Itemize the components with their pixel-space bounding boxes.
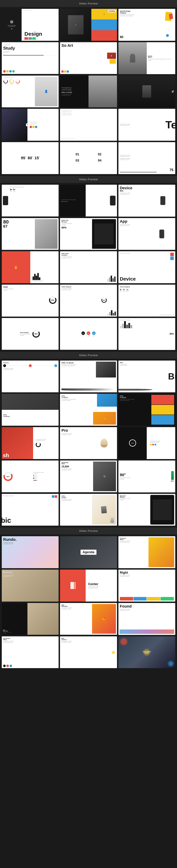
slide-special-image: Special Image Analysis This template was… — [119, 9, 175, 41]
section-4-grid: Rundo. This template was createdfor peop… — [0, 534, 177, 670]
slide-bar-80: This template was created 80% — [119, 318, 175, 350]
slide-device-big: Device This template was created — [119, 251, 175, 283]
slide-te-text: Te This template was createdfor people f… — [119, 109, 175, 141]
slide-artistic-preview: Artistic Slides Preview — [119, 637, 175, 668]
slide-circle-analysis-1: Circle Analysis 8+ Items 3+ Team 1+ Awar… — [119, 285, 175, 317]
slide-chart: Chart This template was createdfor peopl… — [2, 285, 58, 317]
svg-text:90%: 90% — [6, 476, 9, 477]
slide-bar-steps: 01 Item 02 Item 03 Item — [60, 318, 117, 350]
section-2-header: Slides Preview — [0, 176, 177, 183]
slide-plus-layout: + This template wascreated for peoplefro… — [2, 109, 58, 141]
slide-our-service: Our Service Slides This template was cre… — [2, 637, 58, 668]
slide-phone-app: This template was created for people Bui… — [60, 185, 117, 217]
slide-brush-big: sh This template was createdfor people f… — [2, 427, 58, 459]
section-2-title: Slides Preview — [79, 178, 98, 181]
slide-hello-artistic: Hello, Artistic This template was create… — [60, 494, 117, 526]
slide-hello-brush-4: Hello, I'm Brush This template was creat… — [119, 394, 175, 426]
slide-text-layout: This template was createdfor people from… — [60, 109, 117, 141]
slide-about: The About Slides This template was creat… — [119, 536, 175, 568]
section-3-grid: Process 1 2 B This template was createdf… — [0, 359, 177, 528]
slide-app: App This template was createdfor people … — [119, 218, 175, 250]
slide-phone-1: This template was created for people 8+ … — [2, 185, 58, 217]
slide-special-team: Special Team Y This template was created… — [119, 42, 175, 74]
slide-design: Build stunning slidesfor your product De… — [2, 9, 58, 41]
section-1-header: Slides Preview — [0, 0, 177, 7]
slide-pie-90: 90% This template was createdfor people.… — [2, 461, 58, 492]
slide-hello-brush-3: Hello, I'm Brush This template was creat… — [60, 394, 117, 426]
slide-so-art: So Art ◈ — [60, 42, 117, 74]
slide-progress-75: This template was createdfor people from… — [119, 142, 175, 174]
slide-chart-analysis-text: Chart Analysis This template was created… — [60, 285, 117, 317]
slide-black-pad-2: Black Pad Mockup This template was creat… — [119, 494, 175, 526]
slide-agenda: Agenda — [60, 536, 117, 568]
slide-rundo: Rundo. This template was createdfor peop… — [2, 536, 58, 568]
slide-special-big: Special Big Slides 15,800 This template … — [60, 461, 117, 492]
slide-bic-text: bic This template was created — [2, 494, 58, 526]
svg-text:80%: 80% — [51, 299, 54, 301]
slide-circle-stats: This template was created 25% — [2, 75, 58, 107]
slide-numbers-grid: 01——— 02——— 03——— 04——— — [60, 142, 117, 174]
slide-right: Right This template was createdfor peopl… — [119, 569, 175, 601]
section-1-grid: Build stunning slidesfor your product De… — [0, 7, 177, 176]
slide-process: Process 1 2 B This template was createdf… — [2, 361, 58, 393]
section-4-header: Slides Preview — [0, 527, 177, 534]
slide-pro: Pro This template was createdfor people … — [60, 427, 117, 459]
slide-study: This template wascreated for people Stud… — [2, 42, 58, 74]
section-2-grid: This template was created for people 8+ … — [0, 183, 177, 352]
slide-mini-90: 90° This template was createdfor people.… — [119, 461, 175, 492]
slide-found: Found This template was createdfor peopl… — [119, 603, 175, 635]
section-3-title: Slides Preview — [79, 354, 98, 356]
slide-center: Center This template was createdfor peop… — [60, 569, 117, 601]
slide-circle-analysis-2: Circle Analysis This template was create… — [2, 318, 58, 350]
section-3-header: Slides Preview — [0, 352, 177, 359]
slide-dark-portrait: Te — [119, 75, 175, 107]
slide-hello-brush-main: Hello, I'm Brush This template was creat… — [60, 361, 117, 393]
slide-black-pad: Black Pad Mockup This template was creat… — [60, 218, 117, 250]
slide-data-chart-analysis: Data Chart Analysis This template was cr… — [60, 251, 117, 283]
slide-device-90: Device 90% This template was createdfor … — [119, 185, 175, 217]
slide-hello-sarah: This template wascreated for people Hell… — [60, 75, 117, 107]
svg-text:80%: 80% — [34, 333, 38, 335]
slide-numbers-big: 95° 80° 15° — [2, 142, 58, 174]
design-label: Design — [24, 31, 57, 36]
slide-history: History This template was createdfor peo… — [2, 569, 58, 601]
slide-only-minimalist: Only Minimalist This template was create… — [2, 603, 58, 635]
slide-numbers-80-67: 80 67 — [2, 218, 58, 250]
slide-color-bars: ✋ This template was created — [2, 251, 58, 283]
section-4-title: Slides Preview — [79, 529, 98, 532]
study-label: Study — [3, 46, 57, 50]
section-1-title: Slides Preview — [79, 2, 98, 5]
slide-hello-brush-right: Br Hello, This template wascreated for p… — [119, 361, 175, 393]
slide-hello-brush-2: Hello, I'm Brush — [2, 394, 58, 426]
svg-text:80%: 80% — [103, 300, 105, 301]
slide-portfolio: ◉ ● Portfolio — [60, 9, 117, 41]
slide-with-minimalist: With Minimalist This template was create… — [60, 603, 117, 635]
slide-design-circle: design This template was createdfor peop… — [119, 427, 175, 459]
slide-with-services: With Services This template was createdf… — [60, 637, 117, 668]
